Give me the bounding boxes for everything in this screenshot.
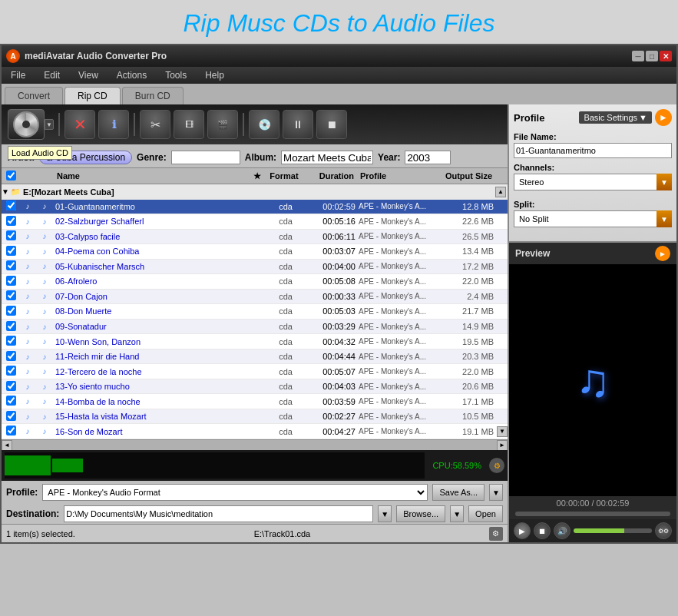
track-checkbox-6[interactable] [6,276,16,286]
horizontal-scrollbar[interactable]: ◄ ► [2,439,508,450]
stop-button-preview[interactable]: ⏹ [534,522,551,539]
scissors-button[interactable]: ✂ [140,110,170,139]
browse-button[interactable]: Browse... [396,505,445,522]
cd-dropdown[interactable]: ▼ [45,119,54,130]
table-row[interactable]: ♪ ♪ 09-Sonatadur cda 00:03:29 APE - Monk… [2,320,508,335]
left-panel: ▼ Load Audio CD ✕ ℹ ✂ 🎞 🎬 💿 ⏸ ⏹ [2,104,508,542]
settings-button-preview[interactable]: ⚙⚙ [655,522,672,539]
maximize-button[interactable]: □ [646,51,658,61]
track-checkbox-4[interactable] [6,246,16,256]
track-checkbox-10[interactable] [6,336,16,346]
table-row[interactable]: ♪ ♪ 08-Don Muerte cda 00:05:03 APE - Mon… [2,304,508,320]
preview-seekbar-area[interactable] [509,510,676,519]
table-row[interactable]: ♪ ♪ 15-Hasta la vista Mozart cda 00:02:2… [2,409,508,425]
table-row[interactable]: ♪ ♪ 06-Afrolero cda 00:05:08 APE - Monke… [2,274,508,290]
scrollbar-down[interactable]: ▼ [497,426,508,437]
track-checkbox-16[interactable] [6,426,16,436]
save-as-button[interactable]: Save As... [432,484,485,501]
genre-input[interactable] [171,151,240,164]
menu-help[interactable]: Help [199,68,230,82]
browse-dropdown[interactable]: ▼ [450,505,464,522]
cpu-icon[interactable]: ⚙ [489,458,504,473]
filename-field: File Name: [514,132,672,163]
status-selected: 1 item(s) selected. [6,529,75,538]
table-row[interactable]: ♪ ♪ 11-Reich mir die Hand cda 00:04:44 A… [2,349,508,365]
tab-rip-cd[interactable]: Rip CD [64,87,121,104]
menu-actions[interactable]: Actions [111,68,153,82]
menu-file[interactable]: File [5,68,31,82]
open-button[interactable]: Open [468,505,503,522]
artist-bar: Artist: & Cuba Percussion Genre: Album: … [2,147,508,167]
table-row[interactable]: ♪ ♪ 01-Guantanameritmo cda 00:02:59 APE … [2,200,508,215]
track-checkbox-12[interactable] [6,366,16,376]
profile-select[interactable]: APE - Monkey's Audio Format [42,484,428,501]
volume-button[interactable]: 🔊 [554,522,571,539]
table-row[interactable]: ♪ ♪ 16-Son de Mozart cda 00:04:27 APE - … [2,424,508,439]
year-input[interactable] [405,151,451,164]
album-input[interactable] [281,151,373,164]
audio-in-button[interactable]: 💿 [249,110,279,139]
dest-dropdown[interactable]: ▼ [378,505,392,522]
split-select[interactable]: No Split [514,210,672,227]
table-row[interactable]: ♪ ♪ 05-Kubanischer Marsch cda 00:04:00 A… [2,260,508,275]
settings-icon[interactable]: ⚙ [489,527,503,541]
basic-settings-button[interactable]: Basic Settings ▼ [579,111,652,124]
track-checkbox-11[interactable] [6,351,16,361]
table-row[interactable]: ♪ ♪ 10-Wenn Son, Danzon cda 00:04:32 APE… [2,334,508,349]
play-button[interactable]: ▶ [514,522,531,539]
table-row[interactable]: ♪ ♪ 03-Calypso facile cda 00:06:11 APE -… [2,230,508,245]
close-button[interactable]: ✕ [660,51,672,61]
table-row[interactable]: ♪ ♪ 07-Don Cajon cda 00:00:33 APE - Monk… [2,290,508,305]
info-button[interactable]: ℹ [98,110,129,139]
pause-button[interactable]: ⏸ [283,110,313,139]
waveform-bar: CPU:58.59% ⚙ [2,450,508,481]
channels-field: Channels: Stereo ▼ [514,163,672,195]
preview-screen: ♫ [509,264,676,496]
filename-input[interactable] [514,143,672,158]
track-checkbox-1[interactable] [6,200,16,210]
preview-time-display: 00:00:00 / 00:02:59 [509,496,676,510]
folder-row[interactable]: ▼ 📁 E:[Mozart Meets Cuba] ▲ [2,184,508,200]
film-button2[interactable]: 🎬 [207,110,238,139]
track-checkbox-5[interactable] [6,260,16,270]
tab-burn-cd[interactable]: Burn CD [122,87,184,104]
menu-edit[interactable]: Edit [38,68,66,82]
track-list: ▼ 📁 E:[Mozart Meets Cuba] ▲ ♪ ♪ 01-Guant… [2,184,508,439]
track-checkbox-7[interactable] [6,290,16,300]
menu-tools[interactable]: Tools [159,68,193,82]
select-all-checkbox[interactable] [6,171,16,180]
profile-settings-arrow[interactable]: ► [655,109,672,126]
track-checkbox-13[interactable] [6,381,16,391]
track-checkbox-9[interactable] [6,321,16,331]
menu-bar: File Edit View Actions Tools Help [2,67,676,84]
status-file: E:\Track01.cda [254,529,311,538]
toolbar: ▼ Load Audio CD ✕ ℹ ✂ 🎞 🎬 💿 ⏸ ⏹ [2,104,508,144]
tab-convert[interactable]: Convert [5,87,63,104]
table-row[interactable]: ♪ ♪ 04-Poema con Cohiba cda 00:03:07 APE… [2,244,508,260]
scrollbar-up[interactable]: ▲ [495,187,506,197]
menu-view[interactable]: View [72,68,104,82]
volume-slider[interactable] [574,528,652,533]
album-label: Album: [245,152,276,163]
delete-button[interactable]: ✕ [64,110,95,139]
film-button1[interactable]: 🎞 [174,110,204,139]
dest-input[interactable] [64,505,373,522]
track-checkbox-2[interactable] [6,216,16,226]
table-row[interactable]: ♪ ♪ 02-Salzburger Schafferl cda 00:05:16… [2,214,508,230]
svg-rect-0 [5,455,51,475]
minimize-button[interactable]: ─ [632,51,644,61]
channels-select[interactable]: Stereo [514,174,672,190]
track-checkbox-14[interactable] [6,396,16,406]
track-checkbox-8[interactable] [6,306,16,316]
table-row[interactable]: ♪ ♪ 13-Yo siento mucho cda 00:04:03 APE … [2,379,508,395]
stop-button[interactable]: ⏹ [316,110,347,139]
save-dropdown[interactable]: ▼ [489,484,503,501]
table-row[interactable]: ♪ ♪ 12-Tercero de la noche cda 00:05:07 … [2,364,508,379]
seekbar-track[interactable] [515,512,670,516]
track-checkbox-3[interactable] [6,230,16,240]
page-title: Rip Musc CDs to Audio Files [0,0,678,44]
table-row[interactable]: ♪ ♪ 14-Bomba de la noche cda 00:03:59 AP… [2,394,508,409]
load-cd-button[interactable] [8,109,45,140]
preview-expand-button[interactable]: ► [655,246,670,261]
track-checkbox-15[interactable] [6,411,16,421]
